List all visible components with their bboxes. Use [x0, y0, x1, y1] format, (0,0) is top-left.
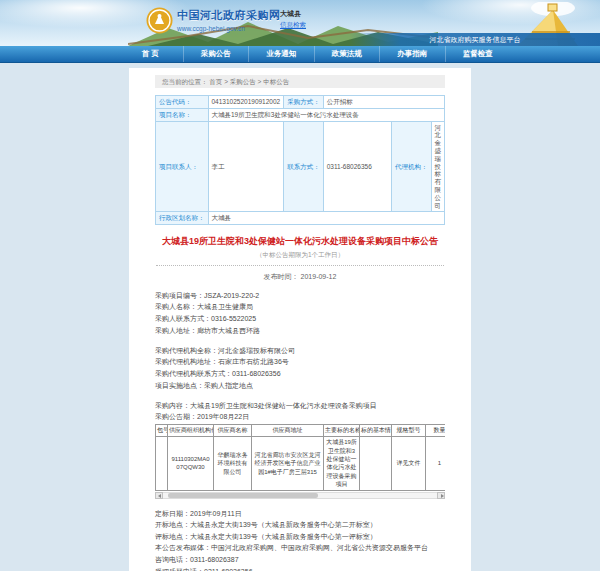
announcement-info-table: 公告代码： 0413102520190912002 采购方式： 公开招标 项目名…	[155, 95, 445, 225]
banner-keyword: 大城县	[280, 9, 306, 19]
info-value: 0311-68026356	[323, 121, 391, 212]
site-identity: 中国河北政府采购网 www.ccgp-hebei.gov.cn	[177, 8, 281, 32]
nav-service-guide[interactable]: 办事指南	[379, 46, 445, 62]
scroll-left-icon[interactable]	[155, 492, 163, 499]
breadcrumb-separator: >	[224, 78, 228, 85]
detail-line: 评标地点：大城县永定大街139号（大城县新政务服务中心第一评标室）	[155, 532, 445, 541]
detail-section-1: 采购项目编号：JSZA-2019-220-2 采购人名称：大城县卫生健康局 采购…	[155, 291, 445, 421]
detail-line: 采购代理机构全称：河北金盛瑞投标有限公司	[155, 346, 445, 355]
site-title: 中国河北政府采购网	[177, 8, 281, 23]
cell-package-no	[156, 437, 168, 490]
detail-line: 咨询电话：0311-68026387	[155, 555, 445, 564]
content-panel: 您当前的位置： 首页 > 采购公告 > 中标公告 公告代码： 041310252…	[129, 68, 471, 571]
breadcrumb-current: 中标公告	[263, 78, 289, 85]
info-row: 项目联系人： 李工 联系方式： 0311-68026356 代理机构： 河北金盛…	[156, 121, 445, 212]
info-label: 项目联系人：	[156, 121, 209, 212]
breadcrumb-category-link[interactable]: 采购公告	[230, 78, 256, 85]
detail-line: 定标日期：2019年09月11日	[155, 509, 445, 518]
info-row: 公告代码： 0413102520190912002 采购方式： 公开招标	[156, 96, 445, 109]
info-value: 大城县19所卫生院和3处保健站一体化污水处理设备	[208, 108, 445, 121]
detail-line: 本公告发布媒体：中国河北政府采购网、中国政府采购网、河北省公共资源交易服务平台	[155, 543, 445, 552]
scrollbar-thumb[interactable]	[168, 493, 318, 498]
column-header: 供应商地址	[252, 425, 324, 437]
breadcrumb-home-link[interactable]: 首页	[209, 78, 222, 85]
info-label: 联系方式：	[284, 121, 324, 212]
info-label: 代理机构：	[392, 121, 432, 212]
info-label: 公告代码：	[156, 96, 209, 109]
page: 中国河北政府采购网 www.ccgp-hebei.gov.cn 大城县 信息检索…	[0, 0, 600, 571]
publish-date: 发布时间： 2019-09-12	[155, 272, 445, 282]
nav-supervision[interactable]: 监督检查	[445, 46, 511, 62]
result-table-container: 包号 供应商组织机构代码 供应商名称 供应商地址 主要标的名称 标的基本情况 规…	[155, 424, 445, 490]
cell-supplier-code: 91110302MA007QQW30	[168, 437, 214, 490]
detail-line: 采购人地址：廊坊市大城县西环路	[155, 326, 445, 335]
column-header: 供应商组织机构代码	[168, 425, 214, 437]
banner-search-link[interactable]: 信息检索	[280, 21, 306, 30]
detail-line: 采购公告期：2019年08月22日	[155, 412, 445, 421]
nav-policies[interactable]: 政策法规	[314, 46, 380, 62]
info-value: 大城县	[208, 212, 445, 225]
column-header: 包号	[156, 425, 168, 437]
nav-procurement-announcements[interactable]: 采购公告	[183, 46, 249, 62]
detail-section-2: 定标日期：2019年09月11日 开标地点：大城县永定大街139号（大城县新政务…	[155, 509, 445, 571]
info-value: 河北金盛瑞投标有限公司	[431, 121, 445, 212]
detail-line: 采购内容：大城县19所卫生院和3处保健站一体化污水处理设备采购项目	[155, 401, 445, 410]
scrollbar-track[interactable]	[163, 492, 437, 499]
column-header: 标的基本情况	[360, 425, 392, 437]
column-header: 数量	[426, 425, 446, 437]
info-row: 项目名称： 大城县19所卫生院和3处保健站一体化污水处理设备	[156, 108, 445, 121]
column-header: 规格型号	[392, 425, 426, 437]
main-nav: 首 页 采购公告 业务通知 政策法规 办事指南 监督检查	[0, 46, 600, 63]
breadcrumb: 您当前的位置： 首页 > 采购公告 > 中标公告	[155, 75, 445, 88]
detail-line: 项目实施地点：采购人指定地点	[155, 381, 445, 390]
detail-line: 开标地点：大城县永定大街139号（大城县新政务服务中心第二开标室）	[155, 520, 445, 529]
breadcrumb-label: 您当前的位置：	[162, 78, 208, 85]
column-header: 主要标的名称	[324, 425, 360, 437]
detail-line: 采购代理机构地址：石家庄市石纺北路36号	[155, 357, 445, 366]
banner-search-block: 大城县 信息检索	[280, 9, 306, 30]
nav-business-notices[interactable]: 业务通知	[248, 46, 314, 62]
cell-subject-name: 大城县19所卫生院和3处保健站一体化污水处理设备采购项目	[324, 437, 360, 490]
site-banner: 中国河北政府采购网 www.ccgp-hebei.gov.cn 大城县 信息检索…	[0, 0, 600, 46]
column-header: 供应商名称	[214, 425, 252, 437]
nav-home[interactable]: 首 页	[118, 46, 183, 62]
content-area: 您当前的位置： 首页 > 采购公告 > 中标公告 公告代码： 041310252…	[0, 63, 600, 571]
result-table-row: 91110302MA007QQW30 华麒瑞水务环境科技有限公司 河北省廊坊市安…	[156, 437, 446, 490]
detail-line: 采购项目编号：JSZA-2019-220-2	[155, 291, 445, 300]
result-table: 包号 供应商组织机构代码 供应商名称 供应商地址 主要标的名称 标的基本情况 规…	[155, 424, 445, 490]
info-label: 行政区划名称：	[156, 212, 209, 225]
cell-supplier-address: 河北省廊坊市安次区龙河经济开发区电子信息产业园1#电子厂房三层315	[252, 437, 324, 490]
cell-spec-model: 详见文件	[392, 437, 426, 490]
info-row: 行政区划名称： 大城县	[156, 212, 445, 225]
info-value: 李工	[208, 121, 284, 212]
info-value: 0413102520190912002	[208, 96, 284, 109]
scroll-right-icon[interactable]	[437, 492, 445, 499]
main-nav-items: 首 页 采购公告 业务通知 政策法规 办事指南 监督检查	[118, 46, 510, 62]
site-url: www.ccgp-hebei.gov.cn	[177, 25, 281, 32]
detail-line: 采购人名称：大城县卫生健康局	[155, 302, 445, 311]
cell-subject-info	[360, 437, 392, 490]
info-label: 采购方式：	[284, 96, 324, 109]
result-table-header-row: 包号 供应商组织机构代码 供应商名称 供应商地址 主要标的名称 标的基本情况 规…	[156, 425, 446, 437]
info-value: 公开招标	[323, 96, 444, 109]
detail-line: 采购代理机构联系方式：0311-68026356	[155, 369, 445, 378]
platform-banner-label: 河北省政府购买服务信息平台	[350, 33, 600, 46]
detail-line: 采购人联系方式：0316-5522025	[155, 314, 445, 323]
site-logo-icon	[146, 7, 173, 34]
announcement-subtitle: （中标公告期限为1个工作日）	[156, 251, 444, 266]
breadcrumb-separator: >	[258, 78, 262, 85]
horizontal-scrollbar[interactable]	[155, 492, 445, 499]
detail-line: 受理质疑电话：0311-68026356	[155, 567, 445, 571]
cell-supplier-name: 华麒瑞水务环境科技有限公司	[214, 437, 252, 490]
info-label: 项目名称：	[156, 108, 209, 121]
announcement-title: 大城县19所卫生院和3处保健站一体化污水处理设备采购项目中标公告	[157, 236, 443, 248]
cell-quantity: 1	[426, 437, 446, 490]
